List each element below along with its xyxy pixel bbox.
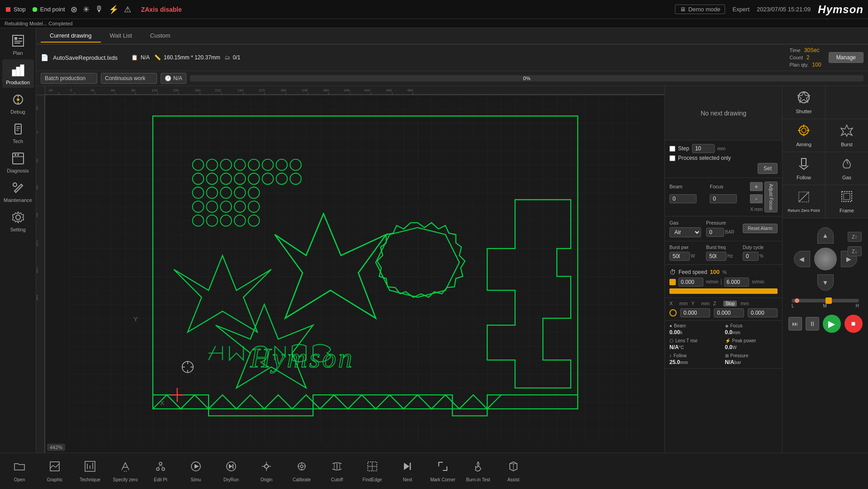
sidebar-item-debug[interactable]: Debug: [2, 89, 34, 117]
beam-input[interactable]: [669, 194, 697, 203]
toolbar-burnin-button[interactable]: Burn-in Test: [460, 455, 496, 488]
process-selected-label: Process selected only: [678, 155, 731, 161]
dpad-left-button[interactable]: ◀: [794, 251, 810, 267]
na-label: N/A: [141, 54, 150, 61]
follow-sensor: ↕ Follow 25.0mm: [669, 353, 722, 365]
toolbar-specifyzero-button[interactable]: Specify zero: [108, 455, 143, 488]
focus-input[interactable]: [710, 194, 737, 203]
toolbar-simu-button[interactable]: Simu: [178, 455, 213, 488]
xyz-row: X mm Y mm Z Stop mm: [669, 301, 778, 307]
slider-dot: [795, 298, 799, 303]
demo-mode-label: Demo mode: [688, 6, 721, 13]
y-input[interactable]: [714, 308, 744, 317]
gas-button[interactable]: Gas: [825, 152, 868, 185]
sidebar-item-diagnosis[interactable]: Diagnosis: [2, 148, 34, 176]
toolbar-technique-button[interactable]: Technique: [72, 455, 108, 488]
adjust-focus-button[interactable]: Adjust Focus: [764, 182, 778, 212]
toolbar-markcorner-button[interactable]: Mark Corner: [425, 455, 460, 488]
canvas-container[interactable]: -30 0 30 60 90 120 150 180 210 240 270 3…: [36, 86, 664, 453]
sidebar-item-setting[interactable]: Setting: [2, 206, 34, 235]
stop-button[interactable]: ⏹ Stop: [5, 5, 26, 14]
duty-cycle-input[interactable]: [743, 252, 759, 261]
na-info: 📋 N/A: [131, 54, 150, 61]
reset-alarm-button[interactable]: Reset Alarm: [743, 224, 778, 233]
technique-icon: [84, 460, 96, 475]
toolbar-open-button[interactable]: Open: [2, 455, 37, 488]
step-unit: mm: [717, 146, 726, 151]
manage-button[interactable]: Manage: [829, 52, 863, 63]
step-forward-button[interactable]: ⏭: [788, 317, 802, 331]
tool-icon-2[interactable]: ✳: [83, 5, 90, 14]
toolbar-calibrate-button[interactable]: Calibrate: [284, 455, 319, 488]
toolbar-cutoff-button[interactable]: Cutoff: [319, 455, 355, 488]
step-input[interactable]: [692, 144, 715, 153]
toolbar-next-button[interactable]: Next: [390, 455, 425, 488]
sidebar-item-maintenance[interactable]: Maintenance: [2, 177, 34, 206]
burst-button[interactable]: Burst: [825, 119, 868, 152]
sidebar-item-tech[interactable]: Tech: [2, 118, 34, 147]
slider-thumb[interactable]: [825, 297, 832, 304]
process-selected-checkbox[interactable]: [669, 155, 675, 161]
tool-icon-1[interactable]: ⊛: [71, 5, 77, 14]
tab-custom[interactable]: Custom: [141, 29, 180, 43]
drawing-canvas[interactable]: Hymson X Y: [45, 95, 664, 444]
z-down-button[interactable]: Z↓: [848, 246, 861, 256]
time-value: 30Sec: [804, 47, 820, 53]
z-up-button[interactable]: Z↑: [848, 232, 861, 242]
batch-dropdown[interactable]: Batch production: [41, 73, 97, 84]
continuous-dropdown[interactable]: Continuous work: [101, 73, 157, 84]
dpad-up-button[interactable]: ▲: [817, 227, 834, 244]
svg-text:0: 0: [36, 131, 39, 134]
focus-sensor: ◈ Focus 0.0mm: [725, 323, 778, 336]
sidebar-item-plan[interactable]: Plan: [2, 30, 34, 58]
ruler-icon: 📏: [154, 54, 161, 61]
graphic-icon: [48, 460, 61, 475]
tool-icon-3[interactable]: 🎙: [95, 5, 103, 14]
svg-point-20: [13, 183, 17, 187]
tool-icon-4[interactable]: ⚡: [109, 5, 119, 14]
pause-button[interactable]: ⏸: [806, 317, 819, 331]
status-line1: Rebuilding Model...: [5, 21, 47, 26]
svg-point-21: [16, 215, 20, 220]
toolbar-assist-button[interactable]: Assist: [496, 455, 531, 488]
aiming-icon: [797, 124, 811, 140]
tool-icon-5[interactable]: ⚠: [124, 5, 131, 14]
set-button[interactable]: Set: [758, 163, 778, 174]
z-input[interactable]: [748, 308, 778, 317]
pressure-input[interactable]: [706, 228, 724, 237]
toolbar-graphic-button[interactable]: Graphic: [37, 455, 72, 488]
tab-wait-list[interactable]: Wait List: [101, 29, 141, 43]
frame-button[interactable]: Frame: [825, 185, 868, 218]
svg-point-18: [14, 154, 16, 156]
clock-icon: 🕐: [165, 75, 171, 82]
simu-label: Simu: [191, 477, 201, 482]
toolbar-editpt-button[interactable]: Edit Pt: [143, 455, 178, 488]
main-layout: Plan Production Debug Tech Diagnosis: [0, 28, 868, 453]
endpoint-button[interactable]: ⏺ End point: [31, 5, 65, 14]
gas-select[interactable]: Air N2 O2: [669, 227, 701, 237]
x-input[interactable]: [680, 308, 710, 317]
toolbar-dryrun-button[interactable]: DryRun: [213, 455, 249, 488]
sidebar-item-debug-label: Debug: [10, 109, 25, 115]
follow-sensor-label: Follow: [674, 353, 687, 358]
return-zero-button[interactable]: Return Zero Point: [783, 185, 825, 218]
speed-max-input[interactable]: [724, 278, 749, 287]
speed-min-input[interactable]: [678, 278, 703, 287]
step-checkbox[interactable]: [669, 146, 675, 152]
dpad-down-button[interactable]: ▼: [817, 274, 834, 291]
burst-pwr-input[interactable]: [669, 252, 690, 261]
shutter-button[interactable]: Shutter: [783, 86, 825, 119]
burst-freq-input[interactable]: [706, 252, 726, 261]
play-button[interactable]: ▶: [823, 315, 841, 333]
tab-current-drawing[interactable]: Current drawing: [41, 29, 101, 43]
toolbar-origin-button[interactable]: Origin: [249, 455, 284, 488]
pressure-param-label: Pressure: [706, 220, 741, 225]
minus-button[interactable]: -: [750, 194, 763, 203]
plus-button[interactable]: +: [750, 182, 763, 191]
follow-button[interactable]: Follow: [783, 152, 825, 185]
sidebar-item-production[interactable]: Production: [2, 59, 34, 88]
toolbar-findedge-button[interactable]: FindEdge: [355, 455, 390, 488]
stop-playback-button[interactable]: ■: [844, 315, 863, 333]
svg-rect-122: [844, 193, 850, 200]
aiming-button[interactable]: Aiming: [783, 119, 825, 152]
